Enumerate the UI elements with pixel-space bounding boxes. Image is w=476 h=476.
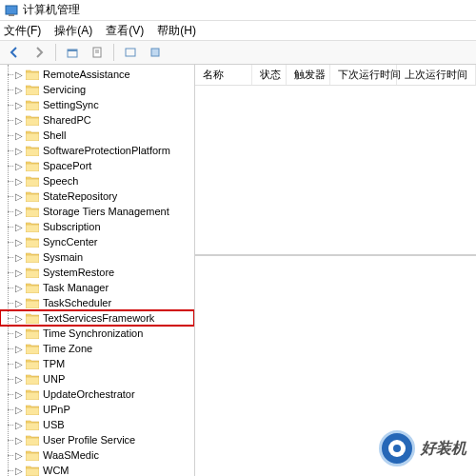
tree-item[interactable]: ▷SyncCenter: [0, 234, 194, 249]
tree-item[interactable]: ▷Subscription: [0, 219, 194, 234]
tree-item-label: Storage Tiers Management: [43, 206, 169, 217]
expand-icon[interactable]: ▷: [13, 237, 24, 248]
expand-icon[interactable]: ▷: [13, 328, 24, 339]
tree-item-label: Shell: [43, 129, 66, 141]
expand-icon[interactable]: ▷: [13, 374, 24, 385]
watermark: 好装机: [379, 430, 466, 466]
expand-icon[interactable]: ▷: [13, 344, 24, 354]
tree-item-label: SoftwareProtectionPlatform: [43, 145, 170, 156]
refresh-button[interactable]: [120, 42, 141, 63]
watermark-text: 好装机: [421, 439, 466, 459]
expand-icon[interactable]: ▷: [13, 130, 24, 141]
tree-item[interactable]: ▷WaaSMedic: [0, 447, 194, 463]
col-name[interactable]: 名称: [195, 65, 252, 85]
tree-item[interactable]: ▷TextServicesFramework: [0, 310, 194, 326]
svg-rect-8: [151, 49, 159, 56]
tree-item-label: RemoteAssistance: [43, 69, 130, 80]
col-next-run[interactable]: 下次运行时间: [330, 65, 397, 85]
menu-view[interactable]: 查看(V): [106, 23, 144, 39]
expand-icon[interactable]: ▷: [13, 268, 24, 278]
titlebar: 计算机管理: [0, 0, 476, 21]
tree-item-label: TextServicesFramework: [43, 312, 154, 324]
expand-icon[interactable]: ▷: [13, 146, 24, 156]
expand-icon[interactable]: ▷: [13, 176, 24, 187]
tree-item[interactable]: ▷SettingSync: [0, 97, 194, 112]
expand-icon[interactable]: ▷: [13, 85, 24, 95]
tree-item-label: UNP: [43, 373, 65, 385]
tree-item[interactable]: ▷SharedPC: [0, 112, 194, 128]
tree-item[interactable]: ▷Time Zone: [0, 341, 194, 356]
tree-item-label: SpacePort: [43, 160, 91, 171]
tree-item[interactable]: ▷Storage Tiers Management: [0, 204, 194, 219]
tree-item-label: Subscription: [43, 221, 101, 232]
tree-item[interactable]: ▷USB: [0, 417, 194, 432]
expand-icon[interactable]: ▷: [13, 100, 24, 110]
tree-item[interactable]: ▷SystemRestore: [0, 265, 194, 280]
menu-file[interactable]: 文件(F): [4, 23, 41, 39]
svg-rect-0: [6, 6, 17, 14]
expand-icon[interactable]: ▷: [13, 191, 24, 202]
tree-item-label: UPnP: [43, 404, 70, 415]
tree-item[interactable]: ▷Sysmain: [0, 249, 194, 265]
tree-item-label: SharedPC: [43, 114, 91, 126]
expand-icon[interactable]: ▷: [13, 359, 24, 369]
expand-icon[interactable]: ▷: [13, 466, 24, 476]
tree-item-label: USB: [43, 419, 65, 430]
tree-item[interactable]: ▷UpdateOrchestrator: [0, 387, 194, 402]
right-pane: 名称 状态 触发器 下次运行时间 上次运行时间: [195, 65, 476, 476]
tree-item[interactable]: ▷Speech: [0, 173, 194, 188]
forward-button[interactable]: [29, 42, 50, 63]
expand-icon[interactable]: ▷: [13, 161, 24, 171]
tree-item-label: StateRepository: [43, 190, 117, 202]
expand-icon[interactable]: ▷: [13, 405, 24, 415]
task-list[interactable]: 名称 状态 触发器 下次运行时间 上次运行时间: [195, 65, 476, 255]
tree-item[interactable]: ▷StateRepository: [0, 188, 194, 204]
expand-icon[interactable]: ▷: [13, 115, 24, 126]
up-button[interactable]: [62, 42, 83, 63]
tree-item-label: WCM: [43, 465, 69, 476]
tree-item[interactable]: ▷TPM: [0, 356, 194, 371]
tree-item[interactable]: ▷Shell: [0, 128, 194, 143]
menu-action[interactable]: 操作(A): [54, 23, 92, 39]
tree-item-label: UpdateOrchestrator: [43, 388, 135, 400]
expand-icon[interactable]: ▷: [13, 389, 24, 400]
tree-pane[interactable]: ▷RemoteAssistance▷Servicing▷SettingSync▷…: [0, 65, 195, 476]
toolbar-separator: [113, 44, 114, 61]
menu-help[interactable]: 帮助(H): [157, 23, 196, 39]
tree-item[interactable]: ▷SoftwareProtectionPlatform: [0, 143, 194, 158]
tree-item[interactable]: ▷UNP: [0, 371, 194, 387]
expand-icon[interactable]: ▷: [13, 298, 24, 308]
column-headers: 名称 状态 触发器 下次运行时间 上次运行时间: [195, 65, 476, 86]
expand-icon[interactable]: ▷: [13, 283, 24, 293]
tree-item[interactable]: ▷Task Manager: [0, 280, 194, 295]
tree-item-label: Time Zone: [43, 343, 92, 354]
tree-item[interactable]: ▷Servicing: [0, 82, 194, 97]
tree-item-label: Speech: [43, 175, 78, 187]
expand-icon[interactable]: ▷: [13, 450, 24, 461]
expand-icon[interactable]: ▷: [13, 207, 24, 217]
window-title: 计算机管理: [23, 2, 80, 18]
tree-item[interactable]: ▷WCM: [0, 463, 194, 476]
col-triggers[interactable]: 触发器: [287, 65, 330, 85]
expand-icon[interactable]: ▷: [13, 313, 24, 324]
tree-item[interactable]: ▷User Profile Service: [0, 432, 194, 447]
expand-icon[interactable]: ▷: [13, 69, 24, 80]
expand-icon[interactable]: ▷: [13, 222, 24, 232]
tree-item[interactable]: ▷Time Synchronization: [0, 326, 194, 341]
col-status[interactable]: 状态: [252, 65, 287, 85]
tree-item[interactable]: ▷SpacePort: [0, 158, 194, 173]
back-button[interactable]: [4, 42, 25, 63]
tree-item[interactable]: ▷UPnP: [0, 402, 194, 417]
help-button[interactable]: [145, 42, 166, 63]
expand-icon[interactable]: ▷: [13, 420, 24, 430]
properties-button[interactable]: [87, 42, 108, 63]
app-icon: [4, 3, 19, 18]
tree-item-label: Task Manager: [43, 282, 109, 293]
tree-item[interactable]: ▷RemoteAssistance: [0, 67, 194, 82]
tree-item-label: TaskScheduler: [43, 297, 111, 308]
expand-icon[interactable]: ▷: [13, 435, 24, 446]
content-area: ▷RemoteAssistance▷Servicing▷SettingSync▷…: [0, 65, 476, 476]
expand-icon[interactable]: ▷: [13, 252, 24, 263]
col-last-run[interactable]: 上次运行时间: [397, 65, 476, 85]
tree-item[interactable]: ▷TaskScheduler: [0, 295, 194, 310]
